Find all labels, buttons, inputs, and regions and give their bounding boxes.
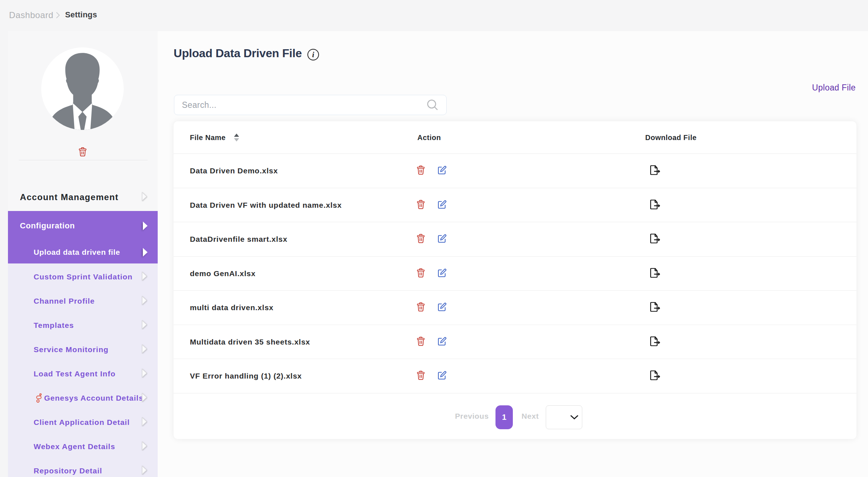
svg-text:i: i — [312, 50, 314, 59]
